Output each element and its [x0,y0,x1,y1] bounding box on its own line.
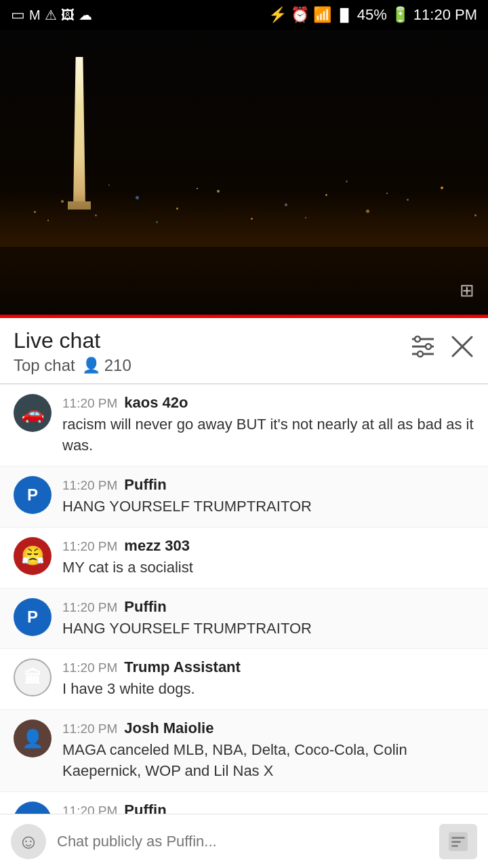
alert-icon: ⚠ [45,7,57,23]
message-text: I have 3 white dogs. [62,679,474,700]
video-player[interactable]: ⊞ [0,30,488,315]
livechat-header: Live chat Top chat 👤 210 [0,318,488,384]
message-body: 11:20 PMJosh MaiolieMAGA canceled MLB, N… [62,719,474,782]
message-text: MAGA canceled MLB, NBA, Delta, Coco-Cola… [62,740,474,782]
message-text: HANG YOURSELF TRUMPTRAITOR [62,618,474,639]
horizon-glow [0,193,488,247]
avatar: 👤 [14,719,52,757]
message-time: 11:20 PM [62,600,117,615]
message-meta: 11:20 PMmezz 303 [62,537,474,555]
avatar: 🏛 [14,658,52,696]
send-button[interactable] [439,824,477,859]
message-time: 11:20 PM [62,539,117,554]
avatar: P [14,598,52,636]
message-author: Josh Maiolie [124,719,214,737]
livechat-title: Live chat [14,328,131,353]
message-meta: 11:20 PMkaos 42o [62,394,474,412]
status-right-info: ⚡ ⏰ 📶 ▐▌ 45% 🔋 11:20 PM [268,6,477,24]
bluetooth-icon: ⚡ [268,6,287,24]
message-meta: 11:20 PMTrump Assistant [62,658,474,676]
chat-message: 🚗11:20 PMkaos 42oracism will never go aw… [0,384,488,467]
viewer-count: 👤 210 [82,356,131,375]
person-icon: 👤 [82,357,100,374]
status-bar: ▭ M ⚠ 🖼 ☁ ⚡ ⏰ 📶 ▐▌ 45% 🔋 11:20 PM [0,0,488,30]
livechat-title-area: Live chat Top chat 👤 210 [14,328,131,383]
message-text: HANG YOURSELF TRUMPTRAITOR [62,496,474,517]
message-body: 11:20 PMPuffinHANG YOURSELF TRUMPTRAITOR [62,476,474,517]
message-time: 11:20 PM [62,396,117,411]
signal-icon: ▐▌ [336,8,353,22]
message-text: MY cat is a socialist [62,557,474,578]
message-meta: 11:20 PMPuffin [62,476,474,494]
top-chat-label: Top chat [14,356,75,375]
m-icon: M [29,7,41,23]
alarm-icon: ⏰ [291,6,309,24]
message-body: 11:20 PMPuffinHANG YOURSELF TRUMPTRAITOR [62,598,474,639]
chat-message: P11:20 PMPuffinHANG YOURSELF TRUMPTRAITO… [0,467,488,528]
svg-point-5 [418,351,423,357]
sim-icon: ▭ [11,6,25,24]
message-author: mezz 303 [124,537,190,555]
avatar: P [14,476,52,514]
viewer-number: 210 [104,356,131,375]
battery-icon: 🔋 [391,6,409,24]
avatar: 😤 [14,537,52,575]
battery-percent: 45% [357,6,387,24]
filter-icon[interactable] [409,335,436,363]
message-body: 11:20 PMTrump AssistantI have 3 white do… [62,658,474,700]
livechat-sub: Top chat 👤 210 [14,356,131,375]
chat-input[interactable] [57,824,428,859]
message-author: kaos 42o [124,394,188,412]
message-meta: 11:20 PMJosh Maiolie [62,719,474,737]
clock: 11:20 PM [413,6,477,24]
close-button[interactable] [450,334,474,363]
chat-message: 👤11:20 PMJosh MaiolieMAGA canceled MLB, … [0,710,488,792]
chat-message: P11:20 PMPuffinHANG YOURSELF TRUMPTRAITO… [0,589,488,650]
svg-rect-11 [451,845,458,847]
message-author: Puffin [124,598,166,616]
chat-input-bar: ☺ [0,814,488,868]
message-meta: 11:20 PMPuffin [62,598,474,616]
status-left-icons: ▭ M ⚠ 🖼 ☁ [11,6,92,24]
video-content: ⊞ [0,30,488,315]
message-body: 11:20 PMmezz 303MY cat is a socialist [62,537,474,578]
message-text: racism will never go away BUT it's not n… [62,414,474,456]
chat-message: 😤11:20 PMmezz 303MY cat is a socialist [0,528,488,589]
header-actions [409,328,474,363]
chat-messages-list: 🚗11:20 PMkaos 42oracism will never go aw… [0,384,488,868]
svg-point-3 [415,336,420,342]
message-time: 11:20 PM [62,660,117,675]
svg-point-4 [426,344,431,349]
emoji-icon: ☺ [18,830,39,853]
svg-rect-9 [451,837,465,839]
emoji-button[interactable]: ☺ [11,824,46,859]
video-filter-icon[interactable]: ⊞ [460,280,474,301]
chat-message: 🏛11:20 PMTrump AssistantI have 3 white d… [0,649,488,710]
message-time: 11:20 PM [62,722,117,736]
svg-rect-10 [451,841,461,843]
message-body: 11:20 PMkaos 42oracism will never go awa… [62,394,474,456]
message-author: Puffin [124,476,166,494]
message-author: Trump Assistant [124,658,241,676]
avatar: 🚗 [14,394,52,432]
message-time: 11:20 PM [62,478,117,493]
image-icon: 🖼 [61,7,75,23]
wifi-icon: 📶 [313,6,331,24]
cloud-icon: ☁ [79,7,92,23]
